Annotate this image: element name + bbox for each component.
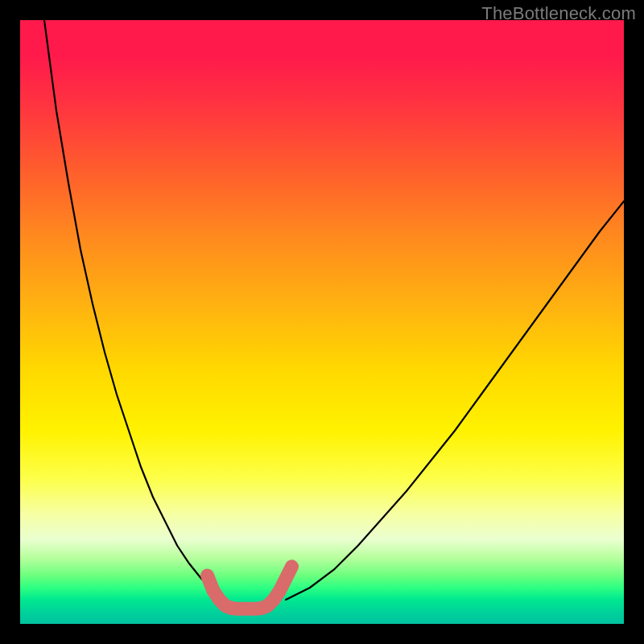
- salmon-trough: [208, 567, 292, 609]
- curve-layer: [20, 20, 624, 624]
- chart-frame: TheBottleneck.com: [0, 0, 644, 644]
- plot-area: [20, 20, 624, 624]
- black-curves: [44, 20, 624, 600]
- black-left-curve-path: [44, 20, 225, 600]
- watermark-text: TheBottleneck.com: [481, 3, 636, 24]
- salmon-trough-path: [208, 567, 292, 609]
- black-right-curve-path: [286, 201, 624, 600]
